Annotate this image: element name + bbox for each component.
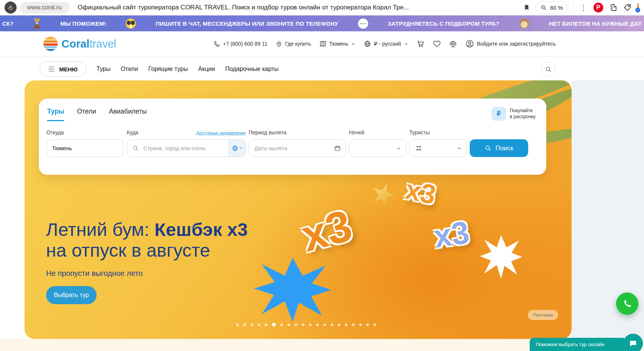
phone-number: +7 (800) 600 89 11 (223, 41, 267, 47)
carousel-dot[interactable] (295, 323, 297, 326)
currency-language-value: ₽ - русский (374, 41, 401, 47)
cart-icon[interactable] (417, 40, 425, 48)
nav-link-hot-tours[interactable]: Горящие туры (148, 66, 188, 72)
safety-report-icon[interactable]: ✓ (637, 4, 639, 11)
compare-scales-icon[interactable] (449, 40, 457, 48)
carousel-dot[interactable] (309, 323, 312, 326)
x3-balloon-orange-small: х3 (403, 174, 438, 211)
speech-bubble-emoji (358, 18, 368, 29)
carousel-dot[interactable] (352, 323, 355, 326)
site-lock-badge[interactable] (5, 2, 17, 14)
nights-select[interactable] (349, 139, 406, 157)
chevron-down-icon (404, 42, 409, 46)
phone-icon (622, 299, 632, 309)
x3-balloon-orange: х3 (296, 199, 357, 262)
page-title: Официальный сайт туроператора CORAL TRAV… (78, 4, 409, 11)
coral-logo-icon (43, 37, 58, 51)
address-bar[interactable]: www.coral.ru (20, 2, 69, 14)
chat-helper-bar[interactable]: Поможем выбрать тур онлайн (530, 338, 626, 351)
brand-light: travel (89, 38, 116, 50)
phone-contact[interactable]: +7 (800) 600 89 11 (213, 40, 267, 48)
carousel-dot[interactable] (287, 323, 290, 326)
nav-link-promos[interactable]: Акции (198, 66, 215, 72)
installment-line2: в рассрочку (510, 114, 536, 119)
chat-bubble-button[interactable] (623, 334, 643, 351)
zoom-out-icon[interactable] (540, 4, 547, 11)
extensions-puzzle-icon[interactable] (609, 3, 618, 12)
hamburger-icon (48, 66, 55, 72)
carousel-dot[interactable] (302, 323, 304, 326)
pinterest-extension-icon[interactable]: P (593, 3, 603, 12)
carousel-dot[interactable] (243, 323, 246, 326)
carousel-dot[interactable] (323, 323, 326, 326)
menu-label: МЕНЮ (59, 66, 78, 72)
promo-banner[interactable]: СК? МЫ ПОМОЖЕМ! ПИШИТЕ В ЧАТ, МЕССЕНДЖЕР… (0, 15, 644, 31)
city-selector[interactable]: Тюмень (319, 40, 356, 48)
search-tabs: Туры Отели Авиабилеты (47, 108, 147, 121)
dates-input[interactable] (249, 140, 329, 157)
from-input[interactable] (47, 140, 123, 157)
carousel-dot[interactable] (366, 323, 369, 326)
chevron-down-icon (391, 146, 406, 151)
nav-link-gift-cards[interactable]: Подарочные карты (225, 66, 278, 72)
login-button[interactable]: Войдите или зарегистрируйтесь (465, 39, 556, 48)
promo-text: МЫ ПОМОЖЕМ! (60, 20, 106, 27)
promo-text: ПИШИТЕ В ЧАТ, МЕССЕНДЖЕРЫ ИЛИ ЗВОНИТЕ ПО… (155, 20, 338, 27)
carousel-dot[interactable] (251, 323, 253, 326)
installment-line1: Покупайте (510, 108, 533, 113)
dates-label: Период вылета (249, 129, 286, 135)
hourglass-emoji (33, 18, 41, 29)
choose-tour-button[interactable]: Выбрать тур (46, 286, 97, 304)
favorites-heart-icon[interactable] (433, 40, 441, 48)
destination-globe-button[interactable] (229, 140, 245, 157)
bookmark-icon[interactable] (523, 4, 530, 11)
carousel-dot[interactable] (330, 323, 333, 326)
tag-extension-icon[interactable] (623, 3, 632, 12)
site-search-button[interactable] (541, 62, 555, 76)
carousel-dot[interactable] (280, 323, 283, 326)
ruble-installment-icon: ₽ (492, 107, 506, 121)
search-icon (484, 145, 492, 152)
installment-info[interactable]: ₽ Покупайте в рассрочку (492, 107, 536, 121)
search-icon (545, 66, 552, 73)
tab-hotels[interactable]: Отели (77, 108, 96, 121)
carousel-dots (236, 323, 376, 326)
site-header: Coraltravel +7 (800) 600 89 11 Где купит… (0, 31, 644, 57)
carousel-dot[interactable] (373, 323, 376, 326)
where-to-buy[interactable]: Где купить (275, 40, 311, 48)
tab-flights[interactable]: Авиабилеты (109, 108, 147, 121)
carousel-dot[interactable] (316, 323, 319, 326)
menu-button[interactable]: МЕНЮ (40, 62, 86, 77)
available-destinations-link[interactable]: Доступные направления (196, 131, 246, 135)
chevron-down-icon (239, 146, 243, 150)
tourists-select[interactable] (409, 139, 467, 157)
nav-link-hotels[interactable]: Отели (121, 66, 138, 72)
ad-badge: Реклама (528, 310, 558, 320)
brand-bold: Coral (61, 38, 89, 50)
tab-tours[interactable]: Туры (47, 108, 64, 121)
carousel-dot[interactable] (265, 323, 267, 326)
carousel-dot[interactable] (345, 323, 347, 326)
coral-travel-logo[interactable]: Coraltravel (43, 37, 116, 51)
currency-language-selector[interactable]: ₽ - русский (364, 40, 409, 48)
to-label: Куда (127, 129, 138, 135)
callback-phone-button[interactable] (616, 292, 638, 315)
zoom-control[interactable]: 80 % (535, 2, 568, 14)
promo-text: ЗАТРУДНЯЕТЕСЬ С ПОДБОРОМ ТУРА? (388, 20, 500, 27)
carousel-dot[interactable] (338, 323, 340, 326)
see-no-evil-monkey-emoji (519, 18, 529, 29)
carousel-dot[interactable] (236, 323, 239, 326)
nav-link-tours[interactable]: Туры (97, 66, 111, 72)
calendar-icon[interactable] (329, 145, 346, 152)
location-pin-icon (275, 40, 283, 48)
browser-bar: www.coral.ru Официальный сайт туроперато… (0, 0, 644, 15)
browser-menu-icon[interactable]: ⋮ (579, 3, 588, 12)
carousel-dot[interactable] (258, 323, 260, 326)
carousel-dot[interactable] (272, 323, 276, 326)
map-icon (319, 40, 327, 48)
tourists-people-icon (410, 145, 427, 152)
carousel-dot[interactable] (359, 323, 362, 326)
to-input[interactable] (143, 140, 229, 157)
login-label: Войдите или зарегистрируйтесь (477, 41, 556, 47)
search-submit-button[interactable]: Поиск (470, 139, 528, 157)
